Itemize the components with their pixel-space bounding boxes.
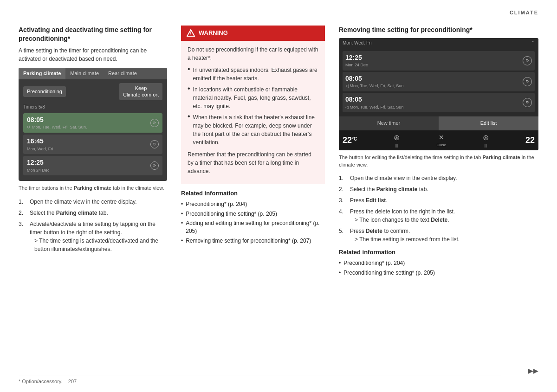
warning-body: Do not use preconditioning if the car is… xyxy=(181,41,325,184)
step-text-2: Select the Parking climate tab. xyxy=(30,209,108,217)
days-text-2: Mon, Wed, Fri xyxy=(27,146,53,152)
right-timer-icon-2[interactable]: ⟳ xyxy=(523,77,532,86)
right-step-num-4: 4. xyxy=(339,207,347,224)
step-num-1: 1. xyxy=(19,198,27,206)
right-related-text-2[interactable]: Preconditioning time setting* (p. 205) xyxy=(343,269,435,277)
temp-left: 22°C xyxy=(343,135,357,146)
page-number: 207 xyxy=(68,379,77,384)
close-icon-group: ✕ Close xyxy=(436,133,446,148)
right-step-text-1: Open the climate view in the centre disp… xyxy=(350,174,457,182)
bullet-1-dot: • xyxy=(188,65,190,83)
right-timer-info-2: 08:05 ◁ Mon, Tue, Wed, Fri, Sat, Sun xyxy=(345,74,403,89)
timer-toggle-3[interactable]: ⟳ xyxy=(150,161,159,170)
timer-toggle-1[interactable]: ⟳ xyxy=(150,119,159,127)
right-timer-list: 12:25 Mon 24 Dec ⟳ 08:05 ◁ Mon, Tue, Wed… xyxy=(339,48,538,117)
timer-time-3: 12:25 xyxy=(27,158,50,167)
timer-label: Timers 5/8 xyxy=(23,104,162,110)
svg-text:!: ! xyxy=(190,31,191,36)
warning-bullet-3: • When there is a risk that the heater's… xyxy=(188,113,318,147)
repeat-icon: ↺ xyxy=(27,124,31,130)
temp-right: 22 xyxy=(525,135,535,146)
tab-main-climate[interactable]: Main climate xyxy=(65,68,104,79)
related-text-3[interactable]: Adding and editing time setting for prec… xyxy=(186,219,325,235)
right-timer-info-1: 12:25 Mon 24 Dec xyxy=(345,53,368,68)
mid-related-2: • Preconditioning time setting* (p. 205) xyxy=(181,210,325,218)
right-step-2: 2. Select the Parking climate tab. xyxy=(339,185,538,193)
right-bottom-bar: 22°C ⊛ ||| ✕ Close ⊛ ||| 22 xyxy=(339,130,538,151)
right-timer-icon-3[interactable]: ⟳ xyxy=(523,98,532,107)
preconditioning-button[interactable]: Preconditioning xyxy=(23,86,66,97)
warning-bullets: • In unventilated spaces indoors. Exhaus… xyxy=(188,66,318,147)
warning-note: Remember that the preconditioning can be… xyxy=(188,150,318,175)
tab-bar: Parking climate Main climate Rear climat… xyxy=(19,68,167,79)
mid-related-3: • Adding and editing time setting for pr… xyxy=(181,219,325,235)
right-step-text-3: Press Edit list. xyxy=(350,196,388,205)
right-timer-row-2[interactable]: 08:05 ◁ Mon, Tue, Wed, Fri, Sat, Sun ⟳ xyxy=(343,72,535,91)
right-step-sub-5: The time setting is removed from the lis… xyxy=(355,235,460,244)
step-text-1: Open the climate view in the centre disp… xyxy=(30,198,137,206)
warning-triangle-icon: ! xyxy=(187,29,195,37)
related-text-4[interactable]: Removing time setting for preconditionin… xyxy=(186,237,311,245)
bullet-r2: • xyxy=(181,210,183,218)
parking-climate-mockup: Parking climate Main climate Rear climat… xyxy=(19,68,167,181)
ui-top-row: Preconditioning KeepClimate comfort xyxy=(23,83,162,100)
right-step-5: 5. Press Delete to confirm. The time set… xyxy=(339,227,538,244)
keep-climate-button[interactable]: KeepClimate comfort xyxy=(119,83,162,100)
ui-body: Preconditioning KeepClimate comfort Time… xyxy=(19,79,167,181)
right-fan-icon-group: ⊛ ||| xyxy=(483,133,489,148)
step-num-3: 3. xyxy=(19,220,27,253)
step-text-3: Activate/deactivate a time setting by ta… xyxy=(30,220,167,253)
related-text-1[interactable]: Preconditioning* (p. 204) xyxy=(186,200,247,208)
page-header: CLIMATE xyxy=(19,9,538,16)
right-timer-date-2: ◁ Mon, Tue, Wed, Fri, Sat, Sun xyxy=(345,83,403,89)
warning-title: WARNING xyxy=(199,29,228,37)
temp-unit: °C xyxy=(352,136,357,142)
days-text-3: Mon 24 Dec xyxy=(27,167,50,174)
right-step-1: 1. Open the climate view in the centre d… xyxy=(339,174,538,182)
temp-left-value: 22 xyxy=(343,135,352,146)
bullet-2-dot: • xyxy=(188,85,190,110)
header-title: CLIMATE xyxy=(510,10,538,15)
header-day-text: Mon, Wed, Fri xyxy=(343,40,372,46)
step-1: 1. Open the climate view in the centre d… xyxy=(19,198,167,206)
bullet-r3: • xyxy=(181,219,183,235)
timer-row-2[interactable]: 16:45 Mon, Wed, Fri ⟳ xyxy=(23,135,162,154)
tab-rear-climate[interactable]: Rear climate xyxy=(104,68,142,79)
tab-parking-climate[interactable]: Parking climate xyxy=(19,68,65,79)
right-steps: 1. Open the climate view in the centre d… xyxy=(339,174,538,244)
warning-box: ! WARNING Do not use preconditioning if … xyxy=(181,26,325,183)
right-related-text-1[interactable]: Preconditioning* (p. 204) xyxy=(343,259,405,267)
bullet-r4: • xyxy=(181,237,183,245)
right-caption: The button for editing the list/deleting… xyxy=(339,154,538,168)
right-step-4: 4. Press the delete icon to the right in… xyxy=(339,207,538,224)
close-x-icon[interactable]: ✕ xyxy=(436,133,446,142)
left-section-title: Activating and deactivating time setting… xyxy=(19,26,167,42)
footnote-text: * Option/accessory. 207 xyxy=(19,379,77,384)
right-section-title: Removing time setting for preconditionin… xyxy=(339,26,538,34)
right-timer-icon-1[interactable]: ⟳ xyxy=(523,56,532,65)
timer-toggle-2[interactable]: ⟳ xyxy=(150,140,159,148)
new-timer-button[interactable]: New timer xyxy=(339,116,439,130)
warning-bullet-1: • In unventilated spaces indoors. Exhaus… xyxy=(188,66,318,83)
right-timer-row-3[interactable]: 08:05 ◁ Mon, Tue, Wed, Fri, Sat, Sun ⟳ xyxy=(343,93,535,112)
edit-list-button[interactable]: Edit list xyxy=(439,116,538,130)
timer-days-1: ↺ Mon, Tue, Wed, Fri, Sat, Sun. xyxy=(27,124,87,130)
mid-related-title: Related information xyxy=(181,189,325,198)
fan-label: ||| xyxy=(394,143,400,148)
right-related-list: • Preconditioning* (p. 204) • Preconditi… xyxy=(339,259,538,277)
right-related-1: • Preconditioning* (p. 204) xyxy=(339,259,538,267)
right-timer-time-3: 08:05 xyxy=(345,95,403,104)
right-timer-date-3: ◁ Mon, Tue, Wed, Fri, Sat, Sun xyxy=(345,104,403,110)
timer-row-1[interactable]: 08:05 ↺ Mon, Tue, Wed, Fri, Sat, Sun. ⟳ xyxy=(23,113,162,133)
right-btn-row: New timer Edit list xyxy=(339,116,538,130)
left-column: Activating and deactivating time setting… xyxy=(19,26,167,257)
right-step-num-5: 5. xyxy=(339,227,347,244)
timer-row-3[interactable]: 12:25 Mon 24 Dec ⟳ xyxy=(23,156,162,175)
timer-time-1: 08:05 xyxy=(27,116,87,125)
right-timer-row-1[interactable]: 12:25 Mon 24 Dec ⟳ xyxy=(343,51,535,71)
page: CLIMATE Activating and deactivating time… xyxy=(0,0,557,392)
related-text-2[interactable]: Preconditioning time setting* (p. 205) xyxy=(186,210,277,218)
right-fan-label: ||| xyxy=(483,143,489,148)
mid-related-list: • Preconditioning* (p. 204) • Preconditi… xyxy=(181,200,325,245)
step-3: 3. Activate/deactivate a time setting by… xyxy=(19,220,167,253)
